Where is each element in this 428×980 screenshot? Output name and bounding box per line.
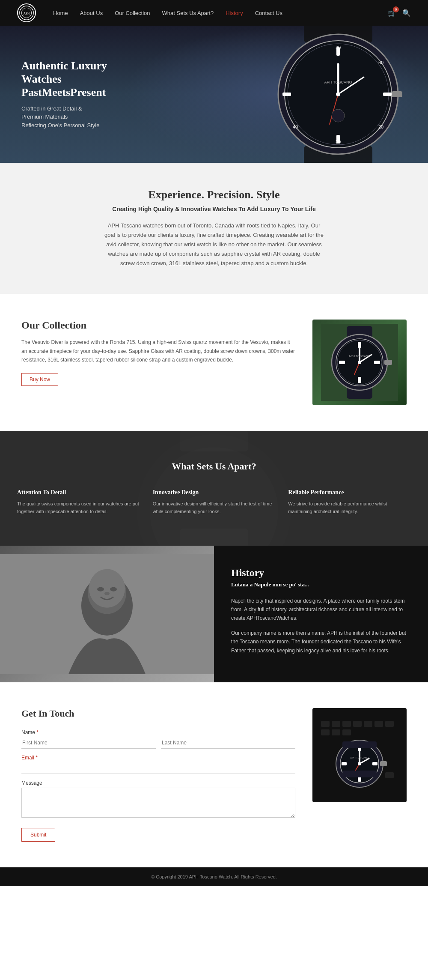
apart-heading: What Sets Us Apart? <box>17 461 411 472</box>
svg-rect-53 <box>321 721 330 727</box>
experience-body: APH Toscano watches born out of Toronto,… <box>103 221 325 268</box>
history-para2: Our company name is more then a name. AP… <box>231 629 411 655</box>
svg-text:APH TOSCANO: APH TOSCANO <box>349 355 371 358</box>
footer-text: © Copyright 2019 APH Toscano Watch. All … <box>151 874 277 879</box>
svg-text:APH TOSCANO: APH TOSCANO <box>324 80 352 84</box>
cart-button[interactable]: 🛒 0 <box>388 9 396 17</box>
email-label: Email * <box>21 755 295 761</box>
svg-point-21 <box>336 92 340 96</box>
history-founder-image <box>0 546 214 682</box>
hero-title: Authentic Luxury Watches PastMeetsPresen… <box>21 59 116 99</box>
svg-rect-75 <box>342 771 377 777</box>
svg-rect-15 <box>336 135 340 143</box>
name-row <box>21 737 295 749</box>
message-label: Message <box>21 780 295 786</box>
site-logo[interactable]: APH <box>17 3 36 22</box>
svg-rect-56 <box>353 721 362 727</box>
nav-collection[interactable]: Our Collection <box>115 10 150 16</box>
svg-rect-69 <box>372 762 377 765</box>
message-textarea[interactable] <box>21 788 295 818</box>
svg-point-50 <box>110 587 117 591</box>
buy-now-button[interactable]: Buy Now <box>21 373 58 386</box>
hero-subtitle: Crafted in Great Detail & Premium Materi… <box>21 105 116 130</box>
hero-watch-image: 40 50 10 20 30 40 APH TOSCANO <box>240 26 428 163</box>
svg-point-23 <box>332 109 345 122</box>
svg-rect-34 <box>374 361 380 364</box>
history-tagline: Lutana a Napule nun se po' sta... <box>231 581 411 588</box>
navbar: APH Home About Us Our Collection What Se… <box>0 0 428 26</box>
contact-watch-image: APH TOSCANO <box>312 708 407 802</box>
svg-rect-32 <box>358 377 361 383</box>
apart-item-2-title: Reliable Performance <box>288 489 411 496</box>
svg-rect-33 <box>339 361 345 364</box>
apart-section: What Sets Us Apart? Attention To Detail … <box>0 431 428 545</box>
apart-item-2-body: We strive to provide reliable performanc… <box>288 500 411 515</box>
svg-rect-58 <box>374 721 383 727</box>
svg-point-49 <box>97 587 104 591</box>
experience-subheading: Creating High Quality & Innovative Watch… <box>17 206 411 212</box>
nav-actions: 🛒 0 🔍 <box>388 9 411 17</box>
svg-rect-63 <box>385 772 394 778</box>
nav-links: Home About Us Our Collection What Sets U… <box>53 10 388 16</box>
svg-rect-61 <box>332 729 340 735</box>
apart-item-2: Reliable Performance We strive to provid… <box>288 489 411 515</box>
apart-item-0-title: Attention To Detail <box>17 489 140 496</box>
apart-item-0-body: The quality swiss components used in our… <box>17 500 140 515</box>
nav-contact[interactable]: Contact Us <box>255 10 282 16</box>
svg-point-73 <box>358 762 361 765</box>
apart-item-0: Attention To Detail The quality swiss co… <box>17 489 140 515</box>
footer: © Copyright 2019 APH Toscano Watch. All … <box>0 867 428 886</box>
submit-button[interactable]: Submit <box>21 828 55 842</box>
svg-point-48 <box>89 569 125 607</box>
contact-section: Get In Touch Name * Email * Message Subm… <box>0 682 428 867</box>
collection-text: Our Collection The Vesuvio Diver is powe… <box>21 320 295 385</box>
collection-section: Our Collection The Vesuvio Diver is powe… <box>0 294 428 431</box>
message-group: Message <box>21 780 295 818</box>
svg-rect-55 <box>342 721 351 727</box>
svg-rect-54 <box>332 721 340 727</box>
name-required: * <box>36 729 39 735</box>
hero-section: 40 50 10 20 30 40 APH TOSCANO <box>0 26 428 163</box>
svg-rect-39 <box>384 360 392 365</box>
history-content: History Lutana a Napule nun se po' sta..… <box>214 546 428 682</box>
hero-content: Authentic Luxury Watches PastMeetsPresen… <box>0 42 137 146</box>
collection-body: The Vesuvio Diver is powered with the Ro… <box>21 338 295 364</box>
svg-rect-76 <box>380 761 387 766</box>
collection-watch-image: APH TOSCANO <box>312 320 407 405</box>
contact-heading: Get In Touch <box>21 708 295 719</box>
experience-heading: Experience. Precision. Style <box>17 188 411 201</box>
apart-watch-bg <box>128 431 300 545</box>
history-heading: History <box>231 567 411 579</box>
svg-rect-60 <box>321 729 330 735</box>
apart-item-1-body: Our innovative design will efficiently s… <box>153 500 276 515</box>
nav-history[interactable]: History <box>226 10 243 16</box>
svg-rect-62 <box>342 729 351 735</box>
last-name-input[interactable] <box>161 737 295 749</box>
first-name-input[interactable] <box>21 737 156 749</box>
email-input[interactable] <box>21 762 295 774</box>
svg-point-38 <box>358 361 361 364</box>
svg-rect-59 <box>385 721 394 727</box>
svg-text:APH TOSCANO: APH TOSCANO <box>350 756 369 759</box>
nav-about[interactable]: About Us <box>80 10 103 16</box>
apart-grid: Attention To Detail The quality swiss co… <box>17 489 411 515</box>
email-group: Email * <box>21 755 295 774</box>
nav-home[interactable]: Home <box>53 10 68 16</box>
svg-text:40: 40 <box>293 124 298 129</box>
history-para1: Napoli the city that inspired our design… <box>231 597 411 623</box>
svg-rect-68 <box>342 762 347 765</box>
svg-rect-74 <box>342 741 377 748</box>
contact-form: Get In Touch Name * Email * Message Subm… <box>21 708 295 842</box>
cart-badge: 0 <box>393 6 399 12</box>
svg-rect-43 <box>180 431 248 451</box>
svg-rect-44 <box>180 529 248 546</box>
search-button[interactable]: 🔍 <box>402 9 411 17</box>
apart-item-1: Innovative Design Our innovative design … <box>153 489 276 515</box>
nav-apart[interactable]: What Sets Us Apart? <box>162 10 214 16</box>
history-section: History Lutana a Napule nun se po' sta..… <box>0 546 428 682</box>
svg-rect-16 <box>383 93 392 96</box>
svg-text:20: 20 <box>378 124 383 129</box>
svg-text:APH: APH <box>24 12 30 15</box>
apart-item-1-title: Innovative Design <box>153 489 276 496</box>
svg-rect-57 <box>364 721 372 727</box>
